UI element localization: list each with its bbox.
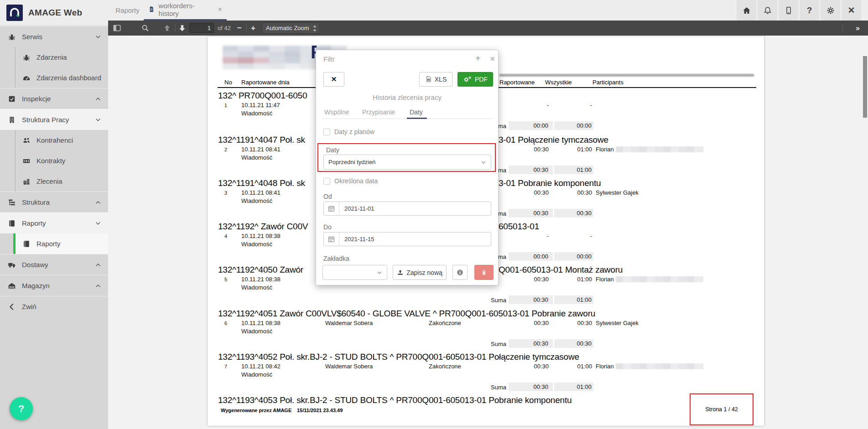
zoom-select[interactable]: Automatic Zoom (262, 22, 320, 34)
entry-title-continued: 3-01 Pobranie komponentu (499, 178, 601, 188)
report-footer-generated: Wygenerowane przez AMAGE (221, 408, 291, 413)
zoom-in-button[interactable]: + (251, 21, 255, 36)
toolbar-divider (842, 24, 843, 31)
sidebar-item-serwis[interactable]: Serwis (0, 26, 108, 47)
page-number-input[interactable] (189, 23, 214, 33)
sidebar-item-inspekcje[interactable]: Inspekcje (0, 88, 108, 109)
entry-raportowane: 00:30 (503, 276, 549, 283)
tab-raporty[interactable]: Raporty (108, 0, 147, 21)
sidebar-item-zlecenia[interactable]: Zlecenia (16, 171, 108, 191)
entry-message: Wiadomość (241, 371, 272, 378)
sidebar-group: KontrahenciKontraktyZlecenia (15, 130, 108, 191)
entry-wszystkie: 01:00 (553, 276, 592, 283)
entry-participant: Florian (596, 363, 614, 370)
mobile-button[interactable] (779, 0, 798, 21)
scrollbar-thumb[interactable] (863, 56, 867, 118)
chevron-down-icon (480, 159, 487, 166)
sidebar-item-label: Zlecenia (36, 177, 108, 185)
entry-number: 5 (224, 277, 227, 282)
page-up-button[interactable] (163, 21, 172, 36)
od-date-input[interactable]: 2021-11-01 (323, 202, 491, 216)
save-bookmark-button[interactable]: Zapisz nową (393, 265, 447, 280)
sidebar-item-raporty[interactable]: Raporty (16, 233, 108, 254)
upload-icon (397, 269, 404, 276)
truck-icon (8, 261, 16, 269)
dialog-tab-wspolne[interactable]: Wspólne (324, 109, 349, 116)
tab-close-icon[interactable]: × (218, 5, 222, 14)
trash-icon (480, 269, 488, 276)
search-icon[interactable] (141, 21, 150, 36)
sidebar-item-zdarzenia-dashboard[interactable]: Zdarzenia dashboard (16, 67, 108, 88)
dialog-cancel-button[interactable]: ✕ (323, 72, 344, 87)
export-xls-button[interactable]: XLS (419, 72, 452, 87)
app-title: AMAGE Web (28, 8, 82, 18)
dialog-close-icon[interactable]: × (490, 54, 495, 64)
sidebar-toggle-button[interactable] (113, 21, 121, 36)
sidebar-item-zdarzenia[interactable]: Zdarzenia (16, 47, 108, 67)
help-button[interactable]: ? (800, 0, 819, 21)
sidebar-group: Raporty (15, 233, 108, 254)
entry-participant: Florian (596, 146, 614, 153)
settings-button[interactable] (821, 0, 840, 21)
app-logo-row: AMAGE Web (0, 0, 108, 26)
xls-label: XLS (435, 76, 447, 83)
entry-raportowane: 00:30 (503, 146, 549, 153)
help-fab-button[interactable]: ? (10, 397, 33, 420)
notifications-button[interactable] (758, 0, 777, 21)
redacted-participant (616, 146, 703, 152)
spinner-arrows-icon (312, 24, 317, 32)
info-button[interactable] (452, 265, 468, 280)
page-count-label: of 42 (218, 21, 231, 36)
sidebar-item-label: Zdarzenia dashboard (36, 74, 108, 82)
close-app-button[interactable]: ✕ (842, 0, 861, 21)
entry-title-continued: 3-01 Połączenie tymczasowe (499, 135, 608, 145)
dialog-tab-daty[interactable]: Daty (410, 109, 423, 116)
entry-suma-raportowane: 00:30 (509, 339, 553, 348)
users-icon (22, 136, 31, 145)
chevron-down-icon (376, 269, 383, 276)
sidebar-item-struktura-pracy[interactable]: Struktura Pracy (0, 109, 108, 130)
entry-wszystkie: 01:00 (553, 363, 592, 370)
bell-icon (763, 6, 772, 15)
entry-title: 132^1192^ Zawór C00V (218, 222, 308, 232)
sidebar-item-dostawy[interactable]: Dostawy (0, 254, 108, 275)
sidebar-item-raporty[interactable]: Raporty (0, 212, 108, 233)
sidebar-item-label: Struktura Pracy (22, 116, 88, 124)
zakladka-select[interactable] (322, 265, 387, 280)
toolbar-more-button[interactable]: » (856, 21, 860, 36)
toolbar-divider (246, 24, 247, 31)
sidebar-item-zwiń[interactable]: Zwiń (0, 296, 108, 317)
page-down-button[interactable] (178, 21, 187, 36)
sidebar-item-label: Struktura (22, 198, 88, 206)
export-pdf-button[interactable]: PDF (457, 72, 493, 87)
checkbox-okreslona-data[interactable] (323, 178, 330, 185)
checkbox-daty-z-planow[interactable] (323, 129, 330, 135)
entry-date: 10.11.21 08:41 (241, 146, 281, 153)
dialog-tab-przypisanie[interactable]: Przypisanie (362, 109, 395, 116)
zoom-select-value: Automatic Zoom (266, 25, 309, 31)
home-button[interactable] (737, 0, 756, 21)
daty-select[interactable]: Poprzedni tydzień (323, 155, 491, 170)
tab-workorders-history[interactable]: workorders-history × (144, 0, 227, 21)
column-header-date: Raportowane dnia (241, 79, 290, 86)
daty-group-label: Daty (326, 146, 339, 154)
entry-date: 10.11.21 08:38 (241, 320, 281, 326)
zoom-out-button[interactable]: − (237, 21, 242, 36)
toolbar-divider (175, 24, 176, 31)
entry-title: 132^1193^4053 Poł. skr.BJ-2 - STUD BOLTS… (218, 395, 572, 405)
entry-participant: Florian (596, 276, 614, 283)
delete-bookmark-button[interactable] (474, 265, 494, 280)
column-header-wszystkie: Wszystkie (545, 79, 572, 86)
entry-message: Wiadomość (241, 110, 272, 117)
entry-wszystkie: - (553, 233, 592, 239)
dialog-expand-button[interactable]: + (475, 53, 481, 64)
sidebar-item-kontrahenci[interactable]: Kontrahenci (16, 130, 108, 150)
calendar-icon (324, 233, 339, 246)
active-tab-underline (407, 118, 427, 119)
sidebar-item-magazyn[interactable]: Magazyn (0, 275, 108, 296)
sidebar-item-struktura[interactable]: Struktura (0, 191, 108, 212)
sidebar-item-kontrakty[interactable]: Kontrakty (16, 150, 108, 171)
entry-wszystkie: 00:30 (553, 320, 592, 326)
entry-title: 132^1191^4048 Poł. sk (218, 178, 305, 188)
do-date-input[interactable]: 2021-11-15 (323, 232, 491, 246)
